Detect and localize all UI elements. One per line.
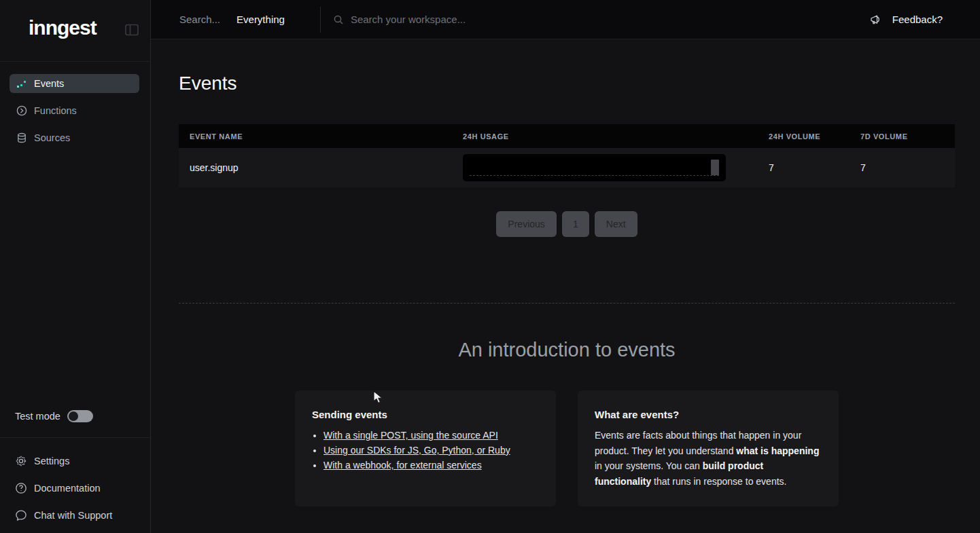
topbar-right: Feedback? xyxy=(869,14,980,26)
page-number-button[interactable]: 1 xyxy=(562,211,589,237)
main-column: Search... Everything xyxy=(151,0,980,533)
sparkline-bars xyxy=(470,157,719,175)
page-title: Events xyxy=(179,73,980,94)
sidebar-nav: Events Functions xyxy=(0,74,150,155)
link-webhook[interactable]: With a webhook, for external services xyxy=(323,460,482,471)
sidebar-item-settings[interactable]: Settings xyxy=(0,447,150,475)
sidebar-item-label: Documentation xyxy=(34,483,101,494)
sidebar-item-label: Events xyxy=(34,78,64,89)
link-sdks[interactable]: Using our SDKs for JS, Go, Python, or Ru… xyxy=(323,445,510,456)
sidebar-collapse-icon[interactable] xyxy=(124,22,140,38)
next-page-button[interactable]: Next xyxy=(595,211,637,237)
sparkline-baseline xyxy=(470,175,719,176)
section-divider xyxy=(179,303,955,304)
events-table: EVENT NAME 24H USAGE 24H VOLUME 7D VOLUM… xyxy=(179,124,955,187)
topbar-divider xyxy=(320,7,321,33)
usage-sparkline-chart xyxy=(463,154,726,181)
sidebar-item-sources[interactable]: Sources xyxy=(10,128,139,147)
list-item: Using our SDKs for JS, Go, Python, or Ru… xyxy=(323,443,539,458)
inngest-logo: inngest xyxy=(29,16,97,39)
test-mode-row: Test mode xyxy=(0,410,150,422)
table-header-row: EVENT NAME 24H USAGE 24H VOLUME 7D VOLUM… xyxy=(179,124,955,148)
logo-row: inngest xyxy=(0,0,150,62)
question-circle-icon xyxy=(15,482,27,494)
list-item: With a webhook, for external services xyxy=(323,458,539,473)
test-mode-label: Test mode xyxy=(15,411,60,422)
sidebar-bottom: Test mode Settings xyxy=(0,410,150,533)
workspace-search-input[interactable] xyxy=(351,14,568,25)
sidebar-item-chat-support[interactable]: Chat with Support xyxy=(0,502,150,529)
sidebar: inngest Events xyxy=(0,0,151,533)
sidebar-item-label: Functions xyxy=(34,105,77,116)
col-event-name: EVENT NAME xyxy=(179,132,463,141)
card-title: Sending events xyxy=(312,409,539,420)
sidebar-item-label: Chat with Support xyxy=(34,510,112,521)
card-title: What are events? xyxy=(595,409,822,420)
table-row[interactable]: user.signup 7 7 xyxy=(179,148,955,187)
pagination: Previous 1 Next xyxy=(179,211,955,237)
content: Events EVENT NAME 24H USAGE 24H VOLUME 7… xyxy=(151,39,980,507)
list-item: With a single POST, using the source API xyxy=(323,428,539,443)
what-are-events-card: What are events? Events are facts about … xyxy=(578,390,839,507)
link-source-api[interactable]: With a single POST, using the source API xyxy=(323,430,498,441)
toggle-knob xyxy=(69,411,78,421)
col-7d-volume: 7D VOLUME xyxy=(860,132,955,141)
volume-24h-cell: 7 xyxy=(769,162,860,173)
sending-events-links: With a single POST, using the source API… xyxy=(312,428,539,473)
sending-events-card: Sending events With a single POST, using… xyxy=(295,390,556,507)
app-root: inngest Events xyxy=(0,0,980,533)
megaphone-icon[interactable] xyxy=(869,14,881,26)
intro-heading: An introduction to events xyxy=(179,339,955,361)
sidebar-item-functions[interactable]: Functions xyxy=(10,101,139,120)
search-icon xyxy=(333,14,344,25)
workspace-search xyxy=(333,14,568,25)
previous-page-button[interactable]: Previous xyxy=(496,211,556,237)
search-scope-everything[interactable]: Everything xyxy=(237,14,285,25)
col-24h-volume: 24H VOLUME xyxy=(769,132,860,141)
quick-search-label[interactable]: Search... xyxy=(179,14,220,25)
intro-cards: Sending events With a single POST, using… xyxy=(179,390,955,507)
volume-7d-cell: 7 xyxy=(860,162,955,173)
gear-icon xyxy=(15,455,27,467)
sidebar-footer: Settings Documentation xyxy=(0,437,150,533)
col-24h-usage: 24H USAGE xyxy=(463,132,769,141)
rising-dots-icon xyxy=(16,78,27,89)
topbar: Search... Everything xyxy=(151,0,980,39)
circle-chevron-icon xyxy=(16,105,27,116)
feedback-link[interactable]: Feedback? xyxy=(892,14,943,25)
sidebar-item-documentation[interactable]: Documentation xyxy=(0,475,150,502)
sidebar-item-events[interactable]: Events xyxy=(10,74,139,93)
sidebar-item-label: Sources xyxy=(34,132,70,143)
test-mode-toggle[interactable] xyxy=(67,410,93,422)
card-paragraph: Events are facts about things that happe… xyxy=(595,428,822,489)
database-icon xyxy=(16,132,27,143)
usage-sparkline-cell xyxy=(463,154,769,181)
sidebar-item-label: Settings xyxy=(34,456,69,466)
chat-bubble-icon xyxy=(15,509,27,521)
event-name-cell[interactable]: user.signup xyxy=(179,162,463,173)
